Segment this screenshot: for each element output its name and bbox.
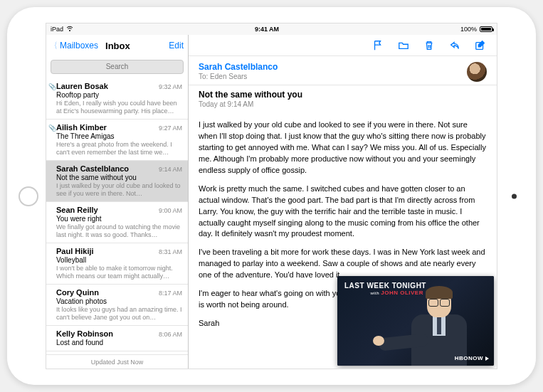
message-list-item[interactable]: Sean Reilly9:00 AMYou were rightWe final… (46, 202, 188, 243)
item-preview: Hi Eden, I really wish you could have be… (56, 100, 182, 115)
item-time: 8:17 AM (159, 290, 182, 297)
device-label: iPad (51, 26, 63, 33)
item-sender: Paul Hikiji (56, 247, 94, 255)
pip-network-logo: HBONOW (455, 355, 490, 361)
message-list-item[interactable]: 📎Lauren Bosak9:32 AMRooftop partyHi Eden… (46, 78, 188, 120)
reply-button[interactable] (448, 39, 461, 52)
item-sender: Sarah Castelblanco (56, 164, 129, 173)
item-sender: Kelly Robinson (56, 329, 113, 338)
item-subject: Volleyball (56, 256, 182, 264)
home-button[interactable] (19, 186, 38, 206)
item-preview: I won't be able to make it tomorrow nigh… (56, 265, 182, 280)
item-time: 9:27 AM (159, 125, 182, 132)
item-subject: Rooftop party (56, 91, 182, 99)
message-subheader: Not the same without you Today at 9:14 A… (189, 85, 497, 114)
message-list-item[interactable]: Kelly Robinson8:06 AMLost and found (46, 326, 188, 351)
item-subject: Not the same without you (56, 174, 182, 181)
item-preview: It looks like you guys had an amazing ti… (56, 306, 182, 322)
wifi-icon (66, 26, 73, 33)
move-to-folder-button[interactable] (397, 39, 410, 52)
item-time: 9:14 AM (159, 166, 182, 173)
item-preview: I just walked by your old cube and looke… (56, 182, 182, 198)
back-label: Mailboxes (60, 41, 98, 51)
flag-button[interactable] (371, 39, 384, 52)
message-header: Sarah Castelblanco To: Eden Sears (189, 56, 497, 85)
item-preview: Here's a great photo from the weekend. I… (56, 141, 182, 157)
front-camera (512, 194, 517, 198)
status-bar: iPad 9:41 AM 100% (46, 23, 497, 35)
message-toolbar (189, 35, 497, 56)
message-list-item[interactable]: 📎Ailish Kimber9:27 AMThe Three AmigasHer… (46, 120, 188, 161)
mailbox-title: Inbox (105, 41, 169, 51)
chevron-left-icon: 〈 (52, 40, 57, 52)
item-time: 8:06 AM (159, 331, 182, 338)
compose-button[interactable] (474, 39, 487, 52)
item-time: 8:31 AM (159, 248, 182, 255)
back-to-mailboxes-button[interactable]: 〈 Mailboxes (51, 40, 98, 52)
mail-app: 〈 Mailboxes Inbox Edit 📎Lauren Bosak9:32… (46, 35, 497, 369)
item-sender: Cory Quinn (56, 288, 99, 297)
delete-button[interactable] (423, 39, 436, 52)
search-container (46, 56, 188, 78)
clock: 9:41 AM (73, 26, 460, 33)
item-sender: Ailish Kimber (56, 123, 107, 132)
svg-marker-1 (485, 356, 489, 361)
item-time: 9:32 AM (159, 83, 182, 90)
battery-percent: 100% (460, 26, 477, 33)
message-list-item[interactable]: Paul Hikiji8:31 AMVolleyballI won't be a… (46, 243, 188, 285)
search-input[interactable] (51, 60, 184, 74)
item-subject: Lost and found (56, 339, 182, 346)
avatar[interactable] (467, 62, 487, 82)
message-to: To: Eden Sears (199, 73, 461, 80)
message-date: Today at 9:14 AM (199, 100, 487, 108)
edit-button[interactable]: Edit (169, 41, 184, 51)
sync-status: Updated Just Now (46, 354, 188, 369)
message-subject: Not the same without you (199, 90, 487, 100)
message-list[interactable]: 📎Lauren Bosak9:32 AMRooftop partyHi Eden… (46, 78, 188, 355)
message-detail-pane: Sarah Castelblanco To: Eden Sears Not th… (189, 35, 497, 369)
item-sender: Lauren Bosak (56, 82, 108, 90)
item-subject: You were right (56, 215, 182, 223)
ipad-device-frame: iPad 9:41 AM 100% 〈 Mailboxes Inbox Edit (7, 7, 536, 385)
screen: iPad 9:41 AM 100% 〈 Mailboxes Inbox Edit (46, 23, 497, 369)
item-preview: We finally got around to watching the mo… (56, 223, 182, 239)
attachment-icon: 📎 (48, 83, 56, 90)
item-time: 9:00 AM (159, 207, 182, 214)
pip-with-label: with (370, 291, 379, 295)
item-subject: The Three Amigas (56, 132, 182, 140)
sidebar-header: 〈 Mailboxes Inbox Edit (46, 35, 188, 56)
message-from[interactable]: Sarah Castelblanco (199, 62, 461, 72)
item-subject: Vacation photos (56, 297, 182, 305)
battery-icon (480, 26, 492, 32)
message-list-pane: 〈 Mailboxes Inbox Edit 📎Lauren Bosak9:32… (46, 35, 189, 369)
pip-host-figure (407, 286, 471, 366)
body-paragraph: Work is pretty much the same. I switched… (199, 184, 487, 240)
attachment-icon: 📎 (48, 125, 56, 132)
message-list-item[interactable]: Cory Quinn8:17 AMVacation photosIt looks… (46, 285, 188, 326)
body-paragraph: I just walked by your old cube and looke… (199, 120, 487, 176)
message-list-item[interactable]: Sarah Castelblanco9:14 AMNot the same wi… (46, 161, 188, 202)
item-sender: Sean Reilly (56, 206, 98, 214)
picture-in-picture-video[interactable]: LAST WEEK TONIGHT with JOHN OLIVER HBONO… (337, 276, 494, 366)
